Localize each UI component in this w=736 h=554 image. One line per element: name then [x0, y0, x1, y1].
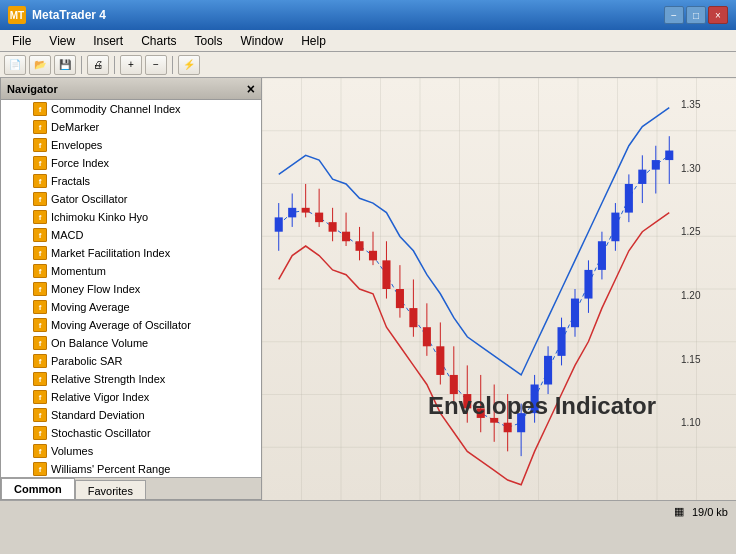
indicator-commodity-channel-index[interactable]: f Commodity Channel Index — [1, 100, 261, 118]
indicator-volumes[interactable]: f Volumes — [1, 442, 261, 460]
indicator-icon: f — [33, 318, 47, 332]
indicator-stochastic-oscillator[interactable]: f Stochastic Oscillator — [1, 424, 261, 442]
indicator-momentum[interactable]: f Momentum — [1, 262, 261, 280]
indicator-label: Momentum — [51, 265, 106, 277]
navigator-tabs: Common Favorites — [1, 477, 261, 499]
indicator-label: Market Facilitation Index — [51, 247, 170, 259]
indicator-macd[interactable]: f MACD — [1, 226, 261, 244]
indicator-tree[interactable]: f Commodity Channel Index f DeMarker f E… — [1, 100, 261, 477]
indicator-icon: f — [33, 264, 47, 278]
indicator-on-balance-volume[interactable]: f On Balance Volume — [1, 334, 261, 352]
indicator-label: Moving Average of Oscillator — [51, 319, 191, 331]
menu-window[interactable]: Window — [233, 32, 292, 50]
title-bar-left: MT MetaTrader 4 — [8, 6, 106, 24]
indicator-label: Relative Vigor Index — [51, 391, 149, 403]
indicator-icon: f — [33, 444, 47, 458]
indicator-force-index[interactable]: f Force Index — [1, 154, 261, 172]
status-icon: ▦ — [674, 505, 684, 518]
toolbar-sep2 — [114, 56, 115, 74]
indicator-ichimoku[interactable]: f Ichimoku Kinko Hyo — [1, 208, 261, 226]
indicator-icon: f — [33, 354, 47, 368]
toolbar-connect[interactable]: ⚡ — [178, 55, 200, 75]
toolbar-sep3 — [172, 56, 173, 74]
indicator-label: DeMarker — [51, 121, 99, 133]
indicator-label: Stochastic Oscillator — [51, 427, 151, 439]
title-bar-controls[interactable]: − □ × — [664, 6, 728, 24]
title-bar: MT MetaTrader 4 − □ × — [0, 0, 736, 30]
status-size-text: 19/0 kb — [692, 506, 728, 518]
indicator-icon: f — [33, 426, 47, 440]
navigator-header: Navigator × — [1, 78, 261, 100]
navigator-close-button[interactable]: × — [247, 82, 255, 96]
toolbar-save[interactable]: 💾 — [54, 55, 76, 75]
chart-area[interactable]: Envelopes Indicator — [262, 78, 736, 500]
chart-canvas — [262, 78, 736, 500]
indicator-label: On Balance Volume — [51, 337, 148, 349]
toolbar-zoomout[interactable]: − — [145, 55, 167, 75]
indicator-rsi[interactable]: f Relative Strength Index — [1, 370, 261, 388]
window-title: MetaTrader 4 — [32, 8, 106, 22]
indicator-fractals[interactable]: f Fractals — [1, 172, 261, 190]
maximize-button[interactable]: □ — [686, 6, 706, 24]
indicator-moving-average[interactable]: f Moving Average — [1, 298, 261, 316]
indicator-label: Force Index — [51, 157, 109, 169]
indicator-label: Envelopes — [51, 139, 102, 151]
indicator-label: Parabolic SAR — [51, 355, 123, 367]
navigator-content: f Commodity Channel Index f DeMarker f E… — [1, 100, 261, 499]
indicator-parabolic-sar[interactable]: f Parabolic SAR — [1, 352, 261, 370]
menu-insert[interactable]: Insert — [85, 32, 131, 50]
indicator-market-facilitation-index[interactable]: f Market Facilitation Index — [1, 244, 261, 262]
indicator-label: Commodity Channel Index — [51, 103, 181, 115]
toolbar-new[interactable]: 📄 — [4, 55, 26, 75]
navigator-title: Navigator — [7, 83, 58, 95]
indicator-label: Ichimoku Kinko Hyo — [51, 211, 148, 223]
indicator-label: Gator Oscillator — [51, 193, 127, 205]
toolbar-sep1 — [81, 56, 82, 74]
indicator-icon: f — [33, 408, 47, 422]
indicator-label: Williams' Percent Range — [51, 463, 170, 475]
toolbar-zoomin[interactable]: + — [120, 55, 142, 75]
tab-common[interactable]: Common — [1, 478, 75, 499]
app-icon: MT — [8, 6, 26, 24]
menu-charts[interactable]: Charts — [133, 32, 184, 50]
indicator-demarker[interactable]: f DeMarker — [1, 118, 261, 136]
indicator-label: MACD — [51, 229, 83, 241]
tab-favorites[interactable]: Favorites — [75, 480, 146, 499]
minimize-button[interactable]: − — [664, 6, 684, 24]
toolbar-print[interactable]: 🖨 — [87, 55, 109, 75]
indicator-icon: f — [33, 282, 47, 296]
menu-view[interactable]: View — [41, 32, 83, 50]
toolbar: 📄 📂 💾 🖨 + − ⚡ — [0, 52, 736, 78]
indicator-icon: f — [33, 390, 47, 404]
menu-help[interactable]: Help — [293, 32, 334, 50]
indicator-moving-average-oscillator[interactable]: f Moving Average of Oscillator — [1, 316, 261, 334]
status-bar: ▦ 19/0 kb — [0, 500, 736, 522]
indicator-label: Volumes — [51, 445, 93, 457]
indicator-icon: f — [33, 120, 47, 134]
toolbar-open[interactable]: 📂 — [29, 55, 51, 75]
menu-file[interactable]: File — [4, 32, 39, 50]
close-button[interactable]: × — [708, 6, 728, 24]
indicator-icon: f — [33, 300, 47, 314]
indicator-icon: f — [33, 462, 47, 476]
indicator-icon: f — [33, 192, 47, 206]
indicator-icon: f — [33, 336, 47, 350]
menu-tools[interactable]: Tools — [187, 32, 231, 50]
indicator-label: Standard Deviation — [51, 409, 145, 421]
indicator-icon: f — [33, 372, 47, 386]
indicator-money-flow-index[interactable]: f Money Flow Index — [1, 280, 261, 298]
indicator-envelopes[interactable]: f Envelopes — [1, 136, 261, 154]
indicator-icon: f — [33, 210, 47, 224]
indicator-label: Fractals — [51, 175, 90, 187]
indicator-label: Moving Average — [51, 301, 130, 313]
indicator-icon: f — [33, 174, 47, 188]
indicator-relative-vigor-index[interactable]: f Relative Vigor Index — [1, 388, 261, 406]
indicator-gator-oscillator[interactable]: f Gator Oscillator — [1, 190, 261, 208]
indicator-label: Money Flow Index — [51, 283, 140, 295]
indicator-williams-percent-range[interactable]: f Williams' Percent Range — [1, 460, 261, 477]
main-content: Navigator × f Commodity Channel Index f … — [0, 78, 736, 500]
status-chart-icon: ▦ — [674, 505, 684, 518]
indicator-icon: f — [33, 102, 47, 116]
indicator-standard-deviation[interactable]: f Standard Deviation — [1, 406, 261, 424]
indicator-icon: f — [33, 156, 47, 170]
